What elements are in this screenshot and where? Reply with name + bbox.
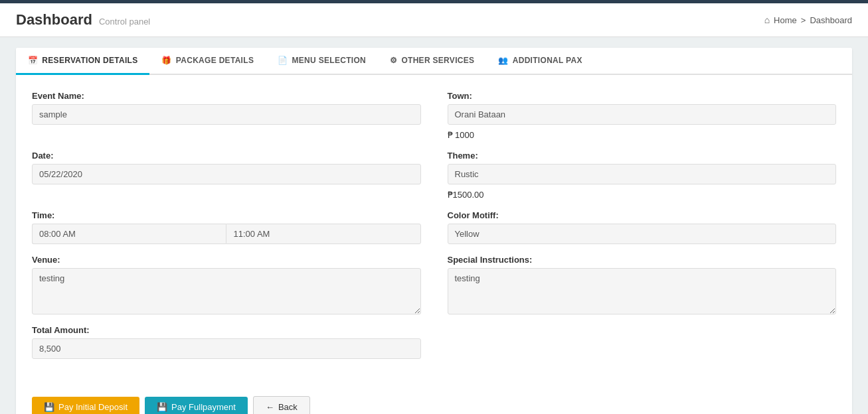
color-motiff-group: Color Motiff: Yellow <box>448 210 837 244</box>
tab-pax-label: ADDITIONAL PAX <box>513 56 582 65</box>
breadcrumb: ⌂ Home > Dashboard <box>764 15 852 25</box>
package-icon: 🎁 <box>161 56 171 65</box>
form-actions: 💾 Pay Initial Deposit 💾 Pay Fullpayment … <box>16 385 852 414</box>
save-icon: 💾 <box>44 402 54 412</box>
special-instructions-group: Special Instructions: <box>448 255 837 314</box>
form-row-2: Date: 05/22/2020 Theme: Rustic ₱1500.00 <box>32 151 836 200</box>
date-field: 05/22/2020 <box>32 164 421 184</box>
breadcrumb-home[interactable]: Home <box>774 15 797 25</box>
breadcrumb-separator: > <box>801 15 806 25</box>
total-amount-spacer <box>448 325 837 359</box>
form-row-3: Time: 08:00 AM 11:00 AM Color Motiff: Ye… <box>32 210 836 244</box>
form-row-4: Venue: Special Instructions: <box>32 255 836 314</box>
page-title: Dashboard <box>16 11 92 29</box>
time-end-field: 11:00 AM <box>226 224 420 244</box>
pay-fullpayment-button[interactable]: 💾 Pay Fullpayment <box>145 397 248 414</box>
time-label: Time: <box>32 210 421 220</box>
tab-reservation-label: RESERVATION DETAILS <box>42 56 137 65</box>
theme-price: ₱1500.00 <box>448 190 837 200</box>
page-subtitle: Control panel <box>99 17 150 27</box>
gear-icon: ⚙ <box>390 56 397 65</box>
header: Dashboard Control panel ⌂ Home > Dashboa… <box>0 3 868 37</box>
event-name-label: Event Name: <box>32 91 421 101</box>
breadcrumb-current: Dashboard <box>810 15 852 25</box>
tab-additional-pax[interactable]: 👥 ADDITIONAL PAX <box>486 48 594 75</box>
town-group: Town: Orani Bataan ₱ 1000 <box>448 91 837 140</box>
total-amount-label: Total Amount: <box>32 325 421 335</box>
content-area: 📅 RESERVATION DETAILS 🎁 PACKAGE DETAILS … <box>0 37 868 414</box>
main-card: 📅 RESERVATION DETAILS 🎁 PACKAGE DETAILS … <box>16 48 852 414</box>
venue-field[interactable] <box>32 268 421 314</box>
special-instructions-field[interactable] <box>448 268 837 314</box>
venue-label: Venue: <box>32 255 421 265</box>
theme-label: Theme: <box>448 151 837 161</box>
date-label: Date: <box>32 151 421 161</box>
form-body: Event Name: sample Town: Orani Bataan ₱ … <box>16 75 852 385</box>
menu-icon: 📄 <box>278 56 288 65</box>
pay-initial-deposit-button[interactable]: 💾 Pay Initial Deposit <box>32 397 139 414</box>
tab-other-label: OTHER SERVICES <box>401 56 474 65</box>
tab-bar: 📅 RESERVATION DETAILS 🎁 PACKAGE DETAILS … <box>16 48 852 75</box>
tab-menu-label: MENU SELECTION <box>292 56 367 65</box>
theme-group: Theme: Rustic ₱1500.00 <box>448 151 837 200</box>
form-row-1: Event Name: sample Town: Orani Bataan ₱ … <box>32 91 836 140</box>
time-start-field: 08:00 AM <box>32 224 226 244</box>
pay-fullpayment-label: Pay Fullpayment <box>171 402 236 412</box>
date-group: Date: 05/22/2020 <box>32 151 421 200</box>
users-icon: 👥 <box>498 56 508 65</box>
event-name-group: Event Name: sample <box>32 91 421 140</box>
event-name-field: sample <box>32 104 421 125</box>
town-price: ₱ 1000 <box>448 130 837 140</box>
pay-initial-deposit-label: Pay Initial Deposit <box>58 402 128 412</box>
town-label: Town: <box>448 91 837 101</box>
home-icon: ⌂ <box>764 15 770 25</box>
form-row-5: Total Amount: 8,500 <box>32 325 836 359</box>
total-amount-field: 8,500 <box>32 338 421 359</box>
back-arrow-icon: ← <box>266 402 274 412</box>
color-motiff-field: Yellow <box>448 224 837 244</box>
venue-group: Venue: <box>32 255 421 314</box>
tab-menu-selection[interactable]: 📄 MENU SELECTION <box>266 48 378 75</box>
back-label: Back <box>278 402 298 412</box>
back-button[interactable]: ← Back <box>253 396 310 414</box>
time-group: Time: 08:00 AM 11:00 AM <box>32 210 421 244</box>
special-instructions-label: Special Instructions: <box>448 255 837 265</box>
time-row: 08:00 AM 11:00 AM <box>32 224 421 244</box>
fullpayment-icon: 💾 <box>157 402 167 412</box>
tab-other-services[interactable]: ⚙ OTHER SERVICES <box>378 48 486 75</box>
tab-package-label: PACKAGE DETAILS <box>176 56 254 65</box>
total-amount-group: Total Amount: 8,500 <box>32 325 421 359</box>
tab-package-details[interactable]: 🎁 PACKAGE DETAILS <box>149 48 266 75</box>
theme-field: Rustic <box>448 164 837 184</box>
tab-reservation-details[interactable]: 📅 RESERVATION DETAILS <box>16 48 149 75</box>
town-field: Orani Bataan <box>448 104 837 125</box>
calendar-icon: 📅 <box>28 56 38 65</box>
header-title: Dashboard Control panel <box>16 11 150 29</box>
color-motiff-label: Color Motiff: <box>448 210 837 220</box>
